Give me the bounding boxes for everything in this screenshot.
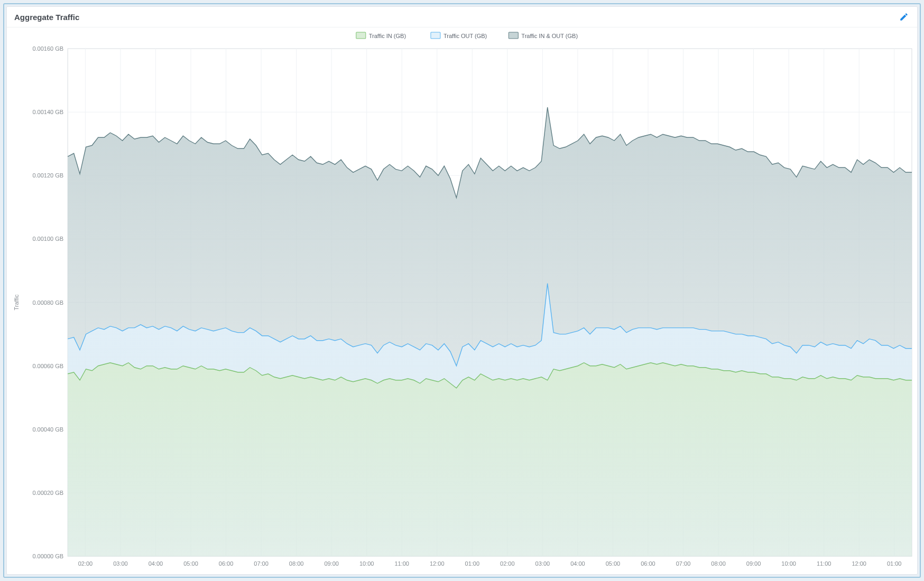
card-title: Aggregate Traffic [14, 13, 79, 22]
svg-text:09:00: 09:00 [324, 560, 339, 567]
svg-text:05:00: 05:00 [183, 560, 198, 567]
svg-text:11:00: 11:00 [817, 560, 831, 567]
svg-text:0.00080 GB: 0.00080 GB [32, 299, 63, 306]
svg-text:01:00: 01:00 [465, 560, 480, 567]
svg-text:Traffic IN & OUT (GB): Traffic IN & OUT (GB) [521, 33, 578, 39]
svg-text:08:00: 08:00 [711, 560, 726, 567]
svg-text:06:00: 06:00 [219, 560, 234, 567]
svg-text:Traffic: Traffic [13, 294, 20, 310]
svg-text:05:00: 05:00 [606, 560, 621, 567]
svg-text:0.00040 GB: 0.00040 GB [32, 426, 63, 433]
svg-text:04:00: 04:00 [570, 560, 585, 567]
svg-text:Traffic OUT (GB): Traffic OUT (GB) [443, 33, 487, 39]
svg-text:10:00: 10:00 [781, 560, 796, 567]
svg-text:07:00: 07:00 [676, 560, 691, 567]
svg-text:04:00: 04:00 [149, 560, 163, 567]
svg-text:0.00100 GB: 0.00100 GB [32, 236, 63, 242]
svg-text:02:00: 02:00 [500, 560, 515, 567]
svg-text:0.00140 GB: 0.00140 GB [32, 109, 63, 115]
svg-text:06:00: 06:00 [641, 560, 655, 567]
svg-text:12:00: 12:00 [430, 560, 445, 567]
svg-text:0.00060 GB: 0.00060 GB [32, 363, 63, 369]
outer-frame: Aggregate Traffic 0.00000 GB0.00020 GB0.… [3, 3, 921, 578]
svg-text:0.00000 GB: 0.00000 GB [32, 553, 63, 559]
svg-text:0.00160 GB: 0.00160 GB [32, 45, 63, 52]
svg-text:09:00: 09:00 [746, 560, 761, 567]
svg-text:07:00: 07:00 [254, 560, 269, 567]
svg-text:10:00: 10:00 [359, 560, 374, 567]
svg-text:0.00020 GB: 0.00020 GB [32, 490, 63, 496]
svg-rect-66 [356, 32, 366, 39]
chart-area[interactable]: 0.00000 GB0.00020 GB0.00040 GB0.00060 GB… [7, 27, 917, 577]
legend-item-2[interactable]: Traffic IN & OUT (GB) [509, 32, 578, 39]
svg-text:01:00: 01:00 [887, 560, 902, 567]
pencil-icon [899, 12, 909, 22]
svg-text:0.00120 GB: 0.00120 GB [32, 172, 63, 179]
svg-rect-70 [509, 32, 518, 39]
legend-item-0[interactable]: Traffic IN (GB) [356, 32, 406, 39]
chart-card: Aggregate Traffic 0.00000 GB0.00020 GB0.… [6, 6, 918, 575]
svg-rect-68 [431, 32, 440, 39]
svg-text:03:00: 03:00 [113, 560, 128, 567]
svg-text:11:00: 11:00 [394, 560, 409, 567]
svg-text:12:00: 12:00 [852, 560, 866, 567]
svg-text:08:00: 08:00 [289, 560, 304, 567]
edit-button[interactable] [898, 11, 910, 23]
svg-text:03:00: 03:00 [535, 560, 550, 567]
svg-text:Traffic IN (GB): Traffic IN (GB) [369, 33, 406, 39]
legend-item-1[interactable]: Traffic OUT (GB) [431, 32, 487, 39]
card-header: Aggregate Traffic [7, 7, 917, 27]
svg-text:02:00: 02:00 [78, 560, 93, 567]
